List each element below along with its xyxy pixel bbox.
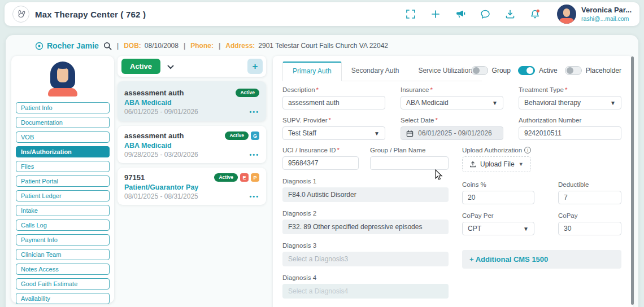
main-container: Rocher Jamie | DOB: 08/10/2008 | Phone: …: [6, 35, 638, 307]
group-badge: G: [251, 131, 259, 140]
card-menu-icon[interactable]: •••: [249, 108, 259, 115]
sidebar-item-ins-authorization[interactable]: Ins/Authorization: [16, 146, 110, 157]
chat-icon[interactable]: [480, 9, 490, 19]
auth-card-payer: ABA Medicaid: [124, 142, 259, 150]
user-menu[interactable]: Veronica Par... rashi@...mail.com: [557, 5, 632, 24]
auth-card-title: 97151: [124, 173, 145, 182]
group-plan-label: Group / Plan Name: [370, 147, 425, 154]
diagnosis2-field[interactable]: F32. 89 Other specified depressive episo…: [282, 220, 449, 234]
dob-label: DOB:: [124, 42, 141, 50]
announcement-icon[interactable]: [455, 9, 465, 19]
sidebar-item-calls-log[interactable]: Calls Log: [16, 220, 110, 231]
auth-card[interactable]: assessment auth Active G ABA Medicaid 09…: [118, 126, 266, 163]
user-avatar: [557, 5, 576, 24]
top-actions: Veronica Par... rashi@...mail.com: [406, 5, 632, 24]
vertical-scrollbar[interactable]: [631, 56, 634, 305]
status-badge: Active: [225, 131, 249, 140]
auth-card-dates: 09/28/2025 - 03/20/2026: [124, 151, 198, 159]
info-icon[interactable]: i: [524, 147, 531, 154]
sidebar-item-good-faith-estimate[interactable]: Good Faith Estimate: [16, 278, 110, 290]
auth-card-payer: Patient/Guarantor Pay: [124, 183, 259, 191]
add-icon[interactable]: [430, 9, 441, 19]
auth-card-dates: 06/01/2025 - 09/01/2026: [124, 108, 198, 116]
status-badge: Active: [214, 173, 238, 182]
upload-file-button[interactable]: Upload File ▼: [462, 156, 531, 172]
sidebar-item-clinician-team[interactable]: Clinician Team: [16, 249, 110, 260]
date-range-field[interactable]: 06/01/2025 - 09/01/2026: [401, 126, 503, 140]
separator: |: [117, 42, 119, 50]
auth-card[interactable]: assessment auth Active ABA Medicaid 06/0…: [118, 81, 266, 121]
sidebar-item-files[interactable]: Files: [16, 161, 110, 172]
coins-label: Coins %: [462, 181, 486, 188]
active-toggle[interactable]: [518, 66, 535, 75]
patient-info-bar: Rocher Jamie | DOB: 08/10/2008 | Phone: …: [6, 35, 638, 50]
placeholder-toggle[interactable]: [565, 66, 582, 75]
patient-name[interactable]: Rocher Jamie: [47, 41, 99, 50]
tab-secondary-auth[interactable]: Secondary Auth: [342, 62, 409, 81]
app-logo-icon[interactable]: [12, 6, 29, 23]
sidebar-item-patient-info[interactable]: Patient Info: [16, 102, 110, 113]
diagnosis3-label: Diagnosis 3: [282, 242, 316, 249]
description-label: Description: [282, 86, 315, 93]
sidebar-item-patient-portal[interactable]: Patient Portal: [16, 176, 110, 187]
tab-primary-auth[interactable]: Primary Auth: [282, 62, 342, 81]
auth-card[interactable]: 97151 Active E P Patient/Guarantor Pay 0…: [118, 168, 266, 205]
notifications-bell-icon[interactable]: [530, 9, 540, 19]
authorization-number-label: Authorization Number: [519, 117, 581, 124]
user-email: rashi@...mail.com: [581, 15, 632, 23]
patient-avatar: [43, 62, 82, 97]
auth-card-title: assessment auth: [124, 131, 184, 140]
supv-provider-select[interactable]: Test Staff ▼: [282, 126, 385, 140]
sidebar-item-payment-info[interactable]: Payment Info: [16, 234, 110, 245]
download-icon[interactable]: [505, 9, 515, 19]
description-input[interactable]: [282, 96, 385, 109]
sidebar-item-notes-access[interactable]: Notes Access: [16, 264, 110, 275]
coins-input[interactable]: [462, 191, 534, 204]
add-authorization-button[interactable]: +: [247, 59, 263, 74]
toggle-group: Group Active Placeholder: [471, 66, 621, 75]
insurance-label: Insurance: [401, 86, 429, 93]
diagnosis4-field[interactable]: Select a Diagnosis4: [282, 284, 449, 299]
deductible-label: Deductible: [558, 181, 589, 188]
tab-bar: Primary Auth Secondary Auth Service Util…: [282, 62, 482, 81]
treatment-type-label: Treatment Type: [519, 86, 564, 93]
patient-search-icon[interactable]: [103, 42, 112, 50]
sidebar-item-availability[interactable]: Availability: [16, 293, 110, 304]
group-toggle[interactable]: [471, 66, 488, 75]
status-badge: Active: [236, 89, 259, 97]
sidebar-item-patient-ledger[interactable]: Patient Ledger: [16, 190, 110, 201]
sidebar-item-vob[interactable]: VOB: [16, 131, 110, 143]
p-badge: P: [251, 173, 259, 182]
additional-cms-1500-link[interactable]: + Additional CMS 1500: [462, 250, 621, 269]
diagnosis1-field[interactable]: F84.0 Autistic Disorder: [282, 187, 449, 202]
copay-input[interactable]: [558, 222, 621, 235]
status-filter-button[interactable]: Active: [121, 59, 160, 74]
card-menu-icon[interactable]: •••: [249, 151, 259, 158]
fullscreen-icon[interactable]: [406, 9, 416, 19]
chevron-down-icon: ▼: [519, 161, 524, 167]
target-icon[interactable]: [35, 42, 43, 50]
address-label: Address:: [225, 42, 255, 50]
brand: Max Therapy Center ( 762 ): [12, 6, 146, 23]
diagnosis1-label: Diagnosis 1: [282, 178, 316, 185]
authorization-number-input[interactable]: [519, 126, 621, 140]
chevron-down-icon: ▼: [492, 100, 498, 106]
placeholder-toggle-label: Placeholder: [586, 67, 621, 74]
sidebar-item-documentation[interactable]: Documentation: [16, 117, 110, 128]
insurance-select[interactable]: ABA Medicaid ▼: [401, 96, 503, 109]
active-toggle-label: Active: [539, 67, 558, 74]
card-menu-icon[interactable]: •••: [249, 193, 259, 200]
diagnosis3-field[interactable]: Select a Diagnosis3: [282, 252, 449, 266]
treatment-type-select[interactable]: Behavioral therapy ▼: [519, 96, 621, 109]
uci-input[interactable]: [282, 156, 359, 170]
copay-per-select[interactable]: CPT ▼: [462, 222, 534, 235]
auth-card-dates: 08/01/2025 - 08/31/2025: [124, 192, 198, 200]
group-plan-input[interactable]: [370, 156, 449, 170]
user-name: Veronica Par...: [581, 6, 632, 15]
chevron-down-icon[interactable]: [167, 62, 174, 72]
copay-label: CoPay: [558, 212, 578, 219]
sidebar-item-intake[interactable]: Intake: [16, 205, 110, 216]
copay-per-label: CoPay Per: [462, 212, 494, 219]
deductible-input[interactable]: [558, 191, 621, 204]
top-header: Max Therapy Center ( 762 ): [5, 2, 639, 26]
